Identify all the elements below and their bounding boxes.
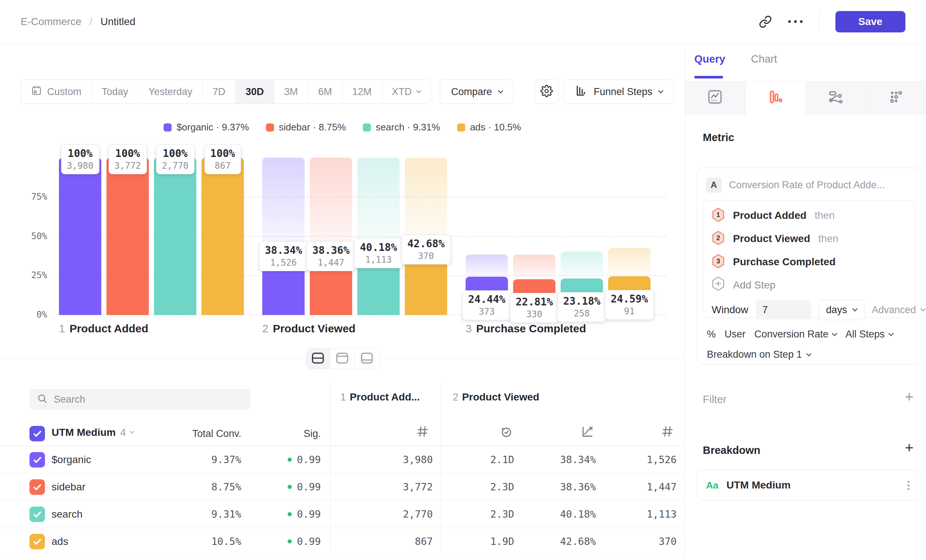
previous-step-ghost-bar <box>513 254 555 279</box>
table-cell: 0.99 <box>251 446 321 473</box>
table-cell: 2,770 <box>337 501 433 528</box>
steps-card: 1Product Addedthen2Product Viewedthen3Pu… <box>703 200 915 318</box>
search-input[interactable] <box>54 394 243 405</box>
chevron-down-icon <box>920 306 926 311</box>
chart-type-insights[interactable] <box>685 82 746 114</box>
date-button-xtd[interactable]: XTD <box>382 80 431 103</box>
string-type-badge: Aa <box>706 480 718 491</box>
advanced-toggle[interactable]: Advanced <box>872 304 925 316</box>
chart-view-selector[interactable]: Funnel Steps <box>564 80 674 104</box>
date-button-6m[interactable]: 6M <box>308 80 343 103</box>
tab-chart[interactable]: Chart <box>751 53 777 65</box>
table-header: UTM Medium 4 Total Conv. Sig. <box>0 420 685 446</box>
add-filter-button[interactable]: + <box>905 391 914 402</box>
previous-step-ghost-bar <box>608 248 651 276</box>
date-button-30d[interactable]: 30D <box>236 80 274 103</box>
legend-item-ads[interactable]: ads · 10.5% <box>457 121 521 133</box>
date-range-group: CustomTodayYesterday7D30D3M6M12MXTD <box>21 80 431 104</box>
more-menu-icon[interactable] <box>788 20 803 23</box>
svg-text:1: 1 <box>716 211 720 218</box>
kebab-menu-icon[interactable] <box>905 478 912 492</box>
chart-type-flows[interactable] <box>806 82 866 114</box>
query-panel: Query Chart <box>685 44 926 560</box>
funnel-step-row-1[interactable]: 1Product Addedthen <box>712 204 907 227</box>
add-breakdown-button[interactable]: + <box>905 442 914 453</box>
link-icon[interactable] <box>759 15 772 28</box>
row-checkbox[interactable] <box>29 507 45 522</box>
layout-split-button[interactable] <box>306 348 330 369</box>
chart-type-retention[interactable] <box>866 82 926 114</box>
chart-type-tabs <box>685 81 926 114</box>
date-button-yesterday[interactable]: Yesterday <box>139 80 203 103</box>
report-title[interactable]: Untitled <box>101 16 136 28</box>
legend-item-search[interactable]: search · 9.31% <box>363 121 440 133</box>
add-step-button[interactable]: Add Step <box>712 273 907 297</box>
table-cell: 42.68% <box>522 528 596 555</box>
settings-button[interactable] <box>534 80 559 104</box>
table-cell: 1.9D <box>444 528 514 555</box>
table-row-search[interactable]: search9.31%0.992,7702.3D40.18%1,113 <box>0 501 685 528</box>
table-row-sidebar[interactable]: sidebar8.75%0.993,7722.3D38.36%1,447 <box>0 474 685 501</box>
breakdown-property-name: UTM Medium <box>726 479 790 491</box>
legend-item-sidebar[interactable]: sidebar · 8.75% <box>266 121 346 133</box>
funnel-step-row-2[interactable]: 2Product Viewedthen <box>712 227 907 250</box>
row-checkbox[interactable] <box>29 452 45 468</box>
date-button-3m[interactable]: 3M <box>274 80 308 103</box>
save-button[interactable]: Save <box>835 11 905 32</box>
measure-user[interactable]: User <box>725 328 746 340</box>
select-all-checkbox[interactable] <box>29 426 45 441</box>
breakdown-on-step-dropdown[interactable]: Breakdown on Step 1 <box>707 349 811 360</box>
layout-chart-button[interactable] <box>330 348 355 369</box>
funnel-bars-icon <box>575 85 587 99</box>
breadcrumb-separator: / <box>89 16 92 28</box>
funnel-bar-ads-step1[interactable] <box>201 158 244 315</box>
funnel-bar-organic-step1[interactable] <box>59 158 101 315</box>
breakdown-item-utm-medium[interactable]: AaUTM Medium <box>697 470 921 501</box>
step-axis-label-1: 1Product Added <box>59 322 148 335</box>
funnel-bar-search-step1[interactable] <box>154 158 196 315</box>
chart-type-funnels[interactable] <box>746 82 806 114</box>
y-axis-label: 50% <box>18 231 47 241</box>
breadcrumb-project[interactable]: E-Commerce <box>21 16 82 28</box>
active-tab-underline <box>694 76 723 79</box>
table-cell: 1,447 <box>603 474 676 500</box>
step-then-label: then <box>815 210 835 221</box>
table-cell: 2.3D <box>444 501 514 528</box>
legend-label: sidebar · 8.75% <box>279 121 346 133</box>
date-button-today[interactable]: Today <box>92 80 139 103</box>
measure-type-dropdown[interactable]: Conversion Rate <box>754 328 837 340</box>
table-cell: 38.36% <box>522 474 596 500</box>
row-checkbox[interactable] <box>29 479 45 495</box>
metric-title-row[interactable]: A Conversion Rate of Product Adde... <box>706 177 912 193</box>
table-cell: 0.99 <box>251 528 321 555</box>
date-button-7d[interactable]: 7D <box>203 80 236 103</box>
metric-letter-badge: A <box>706 177 722 193</box>
window-label: Window <box>712 304 749 316</box>
table-row-ads[interactable]: ads10.5%0.998671.9D42.68%370 <box>0 528 685 555</box>
funnel-step-row-3[interactable]: 3Purchase Completed <box>712 250 907 273</box>
date-button-12m[interactable]: 12M <box>342 80 382 103</box>
legend-item-organic[interactable]: $organic · 9.37% <box>163 121 249 133</box>
breakdown-column-header[interactable]: UTM Medium 4 <box>51 427 133 439</box>
tab-query[interactable]: Query <box>694 53 725 65</box>
date-button-custom[interactable]: Custom <box>21 80 92 103</box>
chevron-down-icon <box>852 306 858 311</box>
chevron-down-icon <box>888 331 894 336</box>
window-value-input[interactable] <box>756 300 811 319</box>
table-cell: 10.5% <box>160 528 241 555</box>
window-unit-select[interactable]: days <box>819 300 864 320</box>
chevron-down-icon <box>416 88 421 93</box>
legend-swatch <box>266 123 274 132</box>
bar-value-label: 24.59%91 <box>605 290 654 320</box>
compare-button[interactable]: Compare <box>440 80 514 104</box>
row-checkbox[interactable] <box>29 534 45 549</box>
table-row-organic[interactable]: $organic9.37%0.993,9802.1D38.34%1,526 <box>0 446 685 474</box>
funnel-bar-sidebar-step1[interactable] <box>106 158 149 315</box>
y-axis-label: 75% <box>18 192 47 202</box>
layout-table-button[interactable] <box>355 348 379 369</box>
measure-scope-dropdown[interactable]: All Steps <box>845 328 893 340</box>
breakdown-heading: Breakdown <box>703 444 760 457</box>
bar-value-label: 23.18%258 <box>557 292 606 322</box>
chevron-down-icon <box>806 351 811 356</box>
chevron-down-icon <box>832 331 837 336</box>
